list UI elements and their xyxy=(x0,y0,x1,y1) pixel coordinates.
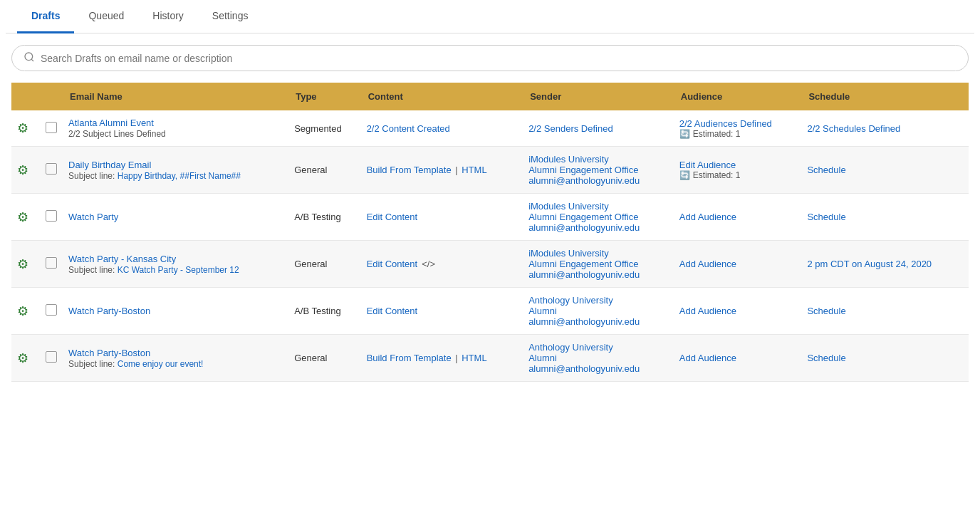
sender-office: Alumni Engagement Office xyxy=(528,259,638,269)
table-row: ⚙Daily Birthday EmailSubject line: Happy… xyxy=(11,147,969,194)
schedule-link[interactable]: 2/2 Schedules Defined xyxy=(807,123,900,134)
estimated-label: Estimated: 1 xyxy=(693,129,741,139)
email-subject: Subject line: Happy Birthday, ##First Na… xyxy=(68,171,241,181)
email-name-cell: Watch Party - Kansas CitySubject line: K… xyxy=(63,241,288,288)
content-link-html[interactable]: HTML xyxy=(462,165,486,175)
schedule-cell: Schedule xyxy=(801,147,969,194)
checkbox-cell xyxy=(40,241,63,288)
schedule-link[interactable]: Schedule xyxy=(807,212,845,222)
gear-icon[interactable]: ⚙ xyxy=(17,351,28,365)
sender-name: iModules University xyxy=(528,248,609,259)
sender-link[interactable]: 2/2 Senders Defined xyxy=(528,123,613,134)
row-checkbox[interactable] xyxy=(46,210,57,222)
col-gear xyxy=(11,83,40,110)
schedule-link[interactable]: 2 pm CDT on August 24, 2020 xyxy=(807,259,932,269)
tab-settings[interactable]: Settings xyxy=(198,0,263,33)
sender-office: Alumni xyxy=(528,306,557,316)
row-checkbox[interactable] xyxy=(46,163,57,175)
row-checkbox[interactable] xyxy=(46,257,57,269)
search-container xyxy=(0,33,980,83)
email-name-cell: Watch Party xyxy=(63,194,288,241)
email-subject: Subject line: KC Watch Party - September… xyxy=(68,265,239,275)
table-row: ⚙Watch PartyA/B TestingEdit Content iMod… xyxy=(11,194,969,241)
content-link[interactable]: Edit Content xyxy=(367,212,418,222)
table-body: ⚙Atlanta Alumni Event2/2 Subject Lines D… xyxy=(11,110,969,382)
type-cell: General xyxy=(288,241,360,288)
search-box xyxy=(11,45,969,71)
content-link-html[interactable]: HTML xyxy=(462,353,486,363)
content-link[interactable]: 2/2 Content Created xyxy=(367,123,450,134)
tab-history[interactable]: History xyxy=(138,0,198,33)
schedule-cell: Schedule xyxy=(801,194,969,241)
tabs-container: DraftsQueuedHistorySettings xyxy=(0,0,980,33)
email-name-link[interactable]: Atlanta Alumni Event xyxy=(68,118,154,128)
tab-drafts[interactable]: Drafts xyxy=(17,0,74,33)
table-row: ⚙Watch Party-BostonA/B TestingEdit Conte… xyxy=(11,288,969,335)
sender-email: alumni@anthologyuniv.edu xyxy=(528,269,640,280)
gear-icon[interactable]: ⚙ xyxy=(17,121,28,135)
sender-cell: Anthology University Alumni alumni@antho… xyxy=(523,335,674,382)
schedule-link[interactable]: Schedule xyxy=(807,353,845,363)
email-name-link[interactable]: Watch Party - Kansas City xyxy=(68,254,176,264)
table-row: ⚙Watch Party - Kansas CitySubject line: … xyxy=(11,241,969,288)
gear-icon[interactable]: ⚙ xyxy=(17,163,28,177)
sender-cell: iModules University Alumni Engagement Of… xyxy=(523,147,674,194)
sender-name: Anthology University xyxy=(528,342,613,353)
table-header-row: Email NameTypeContentSenderAudienceSched… xyxy=(11,83,969,110)
content-link-build[interactable]: Build From Template xyxy=(367,165,452,175)
email-name-link[interactable]: Watch Party-Boston xyxy=(68,306,150,316)
schedule-cell: Schedule xyxy=(801,288,969,335)
sender-cell: 2/2 Senders Defined xyxy=(523,110,674,147)
content-cell: 2/2 Content Created xyxy=(361,110,523,147)
checkbox-cell xyxy=(40,288,63,335)
content-link[interactable]: Edit Content xyxy=(367,306,418,316)
tab-queued[interactable]: Queued xyxy=(74,0,138,33)
row-checkbox[interactable] xyxy=(46,122,57,133)
email-subject-link[interactable]: KC Watch Party - September 12 xyxy=(118,265,239,275)
email-name-cell: Atlanta Alumni Event2/2 Subject Lines De… xyxy=(63,110,288,147)
col-header-email-name: Email Name xyxy=(63,83,288,110)
email-name-link[interactable]: Watch Party-Boston xyxy=(68,348,150,358)
table-row: ⚙Atlanta Alumni Event2/2 Subject Lines D… xyxy=(11,110,969,147)
schedule-cell: Schedule xyxy=(801,335,969,382)
content-link-build[interactable]: Build From Template xyxy=(367,353,452,363)
refresh-icon: 🔄 xyxy=(679,170,690,180)
audience-cell: Edit Audience🔄 Estimated: 1 xyxy=(674,147,802,194)
email-name-link[interactable]: Watch Party xyxy=(68,212,118,222)
audience-link[interactable]: Add Audience xyxy=(679,353,736,363)
gear-icon-cell: ⚙ xyxy=(11,110,40,147)
gear-icon[interactable]: ⚙ xyxy=(17,210,28,224)
content-link[interactable]: Edit Content xyxy=(367,259,418,269)
gear-icon[interactable]: ⚙ xyxy=(17,304,28,318)
row-checkbox[interactable] xyxy=(46,304,57,316)
audience-link[interactable]: Add Audience xyxy=(679,306,736,316)
type-cell: A/B Testing xyxy=(288,194,360,241)
schedule-link[interactable]: Schedule xyxy=(807,165,845,175)
sender-info: Anthology University Alumni alumni@antho… xyxy=(528,295,668,327)
email-name-link[interactable]: Daily Birthday Email xyxy=(68,160,151,170)
email-subject-link[interactable]: Come enjoy our event! xyxy=(118,359,204,369)
audience-link[interactable]: Add Audience xyxy=(679,212,736,222)
sender-cell: iModules University Alumni Engagement Of… xyxy=(523,241,674,288)
code-icon: </> xyxy=(422,259,435,269)
audience-link[interactable]: Edit Audience xyxy=(679,160,736,170)
search-input[interactable] xyxy=(41,53,956,64)
audience-link[interactable]: Add Audience xyxy=(679,259,736,269)
gear-icon[interactable]: ⚙ xyxy=(17,257,28,271)
row-checkbox[interactable] xyxy=(46,351,57,363)
sender-cell: Anthology University Alumni alumni@antho… xyxy=(523,288,674,335)
audience-estimated: 🔄 Estimated: 1 xyxy=(679,129,796,139)
pipe-separator: | xyxy=(453,353,461,363)
gear-icon-cell: ⚙ xyxy=(11,288,40,335)
col-header-schedule: Schedule xyxy=(801,83,969,110)
checkbox-cell xyxy=(40,194,63,241)
schedule-link[interactable]: Schedule xyxy=(807,306,845,316)
audience-link[interactable]: 2/2 Audiences Defined xyxy=(679,118,772,129)
email-subject-link[interactable]: Happy Birthday, ##First Name## xyxy=(118,171,241,181)
sender-office: Alumni Engagement Office xyxy=(528,212,638,222)
checkbox-cell xyxy=(40,147,63,194)
schedule-cell: 2/2 Schedules Defined xyxy=(801,110,969,147)
gear-icon-cell: ⚙ xyxy=(11,147,40,194)
content-cell: Edit Content </> xyxy=(361,241,523,288)
audience-cell: Add Audience xyxy=(674,194,802,241)
